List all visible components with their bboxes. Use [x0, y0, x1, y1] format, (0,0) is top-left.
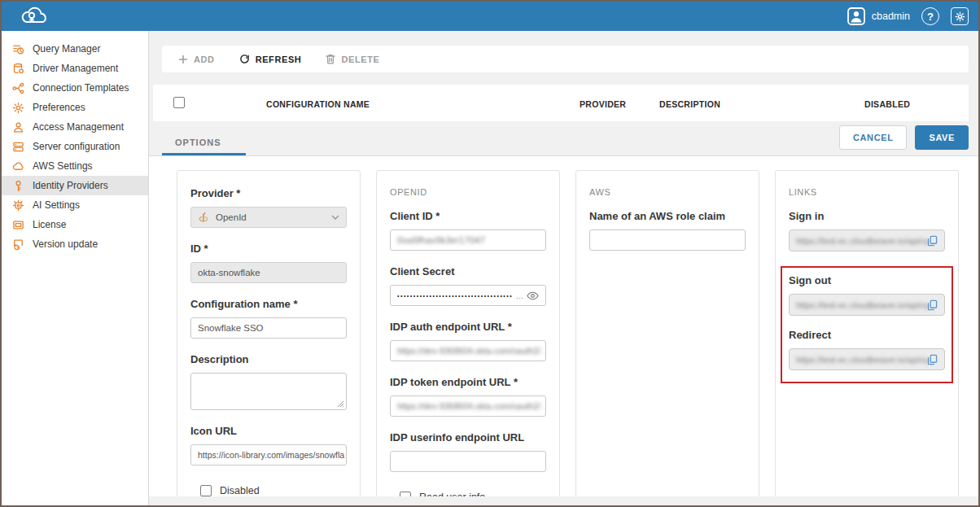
- query-manager-icon: [12, 43, 24, 55]
- provider-value: OpenId: [216, 212, 247, 222]
- sidebar-item-query-manager[interactable]: Query Manager: [2, 39, 148, 59]
- cancel-button[interactable]: CANCEL: [839, 125, 907, 150]
- sidebar-item-version-update[interactable]: Version update: [2, 234, 148, 254]
- id-field[interactable]: okta-snowflake: [190, 262, 347, 283]
- client-id-field[interactable]: 0oa5fhav9k3er17047: [390, 229, 546, 251]
- icon-url-field[interactable]: https://icon-library.com/images/snowfla …: [190, 444, 347, 465]
- copy-sign-in-button[interactable]: [927, 235, 938, 247]
- disabled-checkbox-label: Disabled: [220, 485, 260, 496]
- add-button[interactable]: ADD: [178, 55, 215, 64]
- sidebar-item-label: Identity Providers: [33, 180, 108, 191]
- license-icon: [12, 219, 24, 231]
- idp-token-endpoint-label: IDP token endpoint URL *: [390, 376, 546, 388]
- redirect-field[interactable]: https://test-ec.cloudbeaver.io/api/op ..…: [789, 348, 945, 370]
- openid-card: OPENID Client ID * 0oa5fhav9k3er17047 Cl…: [376, 170, 560, 496]
- provider-label: Provider *: [190, 187, 347, 199]
- highlight-annotation: Sign out https://test-ec.cloudbeaver.io/…: [781, 266, 953, 383]
- select-all-checkbox[interactable]: [173, 97, 185, 108]
- idp-userinfo-endpoint-field[interactable]: [390, 451, 546, 472]
- tab-options[interactable]: OPTIONS: [162, 131, 246, 155]
- aws-section-title: AWS: [589, 187, 746, 197]
- ai-settings-icon: [12, 199, 24, 212]
- sidebar-item-label: Server configuration: [33, 141, 120, 152]
- sidebar-item-license[interactable]: License: [2, 215, 148, 234]
- driver-management-icon: [12, 63, 24, 75]
- redirect-value: https://test-ec.cloudbeaver.io/api/op ..…: [796, 355, 927, 365]
- user-menu[interactable]: cbadmin: [847, 7, 910, 25]
- idp-token-endpoint-field[interactable]: https://dev-9368604.okta.com/oauth2/ ...: [390, 396, 546, 417]
- description-field[interactable]: [190, 373, 347, 410]
- sign-out-field[interactable]: https://test-ec.cloudbeaver.io/api/op ..…: [789, 294, 945, 316]
- sign-out-value: https://test-ec.cloudbeaver.io/api/op ..…: [796, 300, 927, 310]
- delete-button[interactable]: DELETE: [326, 54, 379, 64]
- client-secret-mask: ••••••••••••••••••••••••••••••••••••••••…: [397, 293, 513, 299]
- disabled-checkbox[interactable]: [200, 485, 212, 496]
- sign-in-field[interactable]: https://test-ec.cloudbeaver.io/api/op ..…: [789, 229, 945, 251]
- help-icon[interactable]: ?: [921, 7, 939, 25]
- redirect-label: Redirect: [789, 329, 945, 341]
- refresh-icon: [239, 54, 250, 64]
- copy-sign-out-button[interactable]: [927, 299, 938, 311]
- column-description[interactable]: DESCRIPTION: [659, 99, 720, 109]
- sidebar-item-label: Driver Management: [33, 63, 118, 74]
- idp-auth-endpoint-field[interactable]: https://dev-9368604.okta.com/oauth2/ ...: [390, 340, 546, 361]
- idp-userinfo-endpoint-label: IDP userinfo endpoint URL: [390, 431, 546, 444]
- idp-auth-endpoint-label: IDP auth endpoint URL *: [390, 321, 546, 333]
- sign-out-label: Sign out: [789, 274, 945, 286]
- sidebar-item-identity-providers[interactable]: Identity Providers: [2, 176, 148, 195]
- links-card: LINKS Sign in https://test-ec.cloudbeave…: [775, 170, 959, 496]
- sidebar-item-connection-templates[interactable]: Connection Templates: [2, 78, 148, 98]
- sidebar-item-access-management[interactable]: Access Management: [2, 117, 148, 137]
- idp-token-endpoint-value: https://dev-9368604.okta.com/oauth2/ ...: [397, 401, 546, 411]
- sidebar-item-label: Query Manager: [33, 43, 100, 55]
- toolbar: ADD REFRESH DELETE: [162, 46, 969, 72]
- delete-button-label: DELETE: [341, 55, 379, 64]
- icon-url-label: Icon URL: [190, 425, 347, 437]
- preferences-icon: [12, 102, 24, 114]
- tab-bar: OPTIONS CANCEL SAVE: [149, 121, 978, 156]
- settings-gear-icon[interactable]: [951, 7, 969, 25]
- main-content: ADD REFRESH DELETE CONFIGU: [149, 31, 978, 505]
- client-secret-label: Client Secret: [390, 265, 546, 278]
- column-disabled[interactable]: DISABLED: [864, 99, 910, 109]
- app-header: cbadmin ?: [2, 2, 978, 31]
- copy-icon: [927, 354, 938, 365]
- sidebar-item-ai-settings[interactable]: AI Settings: [2, 195, 148, 215]
- resize-handle[interactable]: [337, 400, 344, 408]
- user-avatar-icon: [847, 7, 865, 25]
- version-update-icon: [12, 238, 24, 251]
- description-label: Description: [190, 353, 347, 365]
- reveal-password-button[interactable]: [527, 291, 539, 300]
- connection-templates-icon: [12, 82, 24, 94]
- cloudbeaver-logo-icon[interactable]: [20, 6, 49, 28]
- chevron-down-icon: [331, 215, 339, 220]
- aws-role-claim-label: Name of an AWS role claim: [589, 210, 746, 222]
- sidebar-item-preferences[interactable]: Preferences: [2, 98, 148, 117]
- server-configuration-icon: [12, 141, 24, 153]
- copy-redirect-button[interactable]: [927, 354, 938, 365]
- access-management-icon: [12, 121, 24, 133]
- copy-icon: [927, 299, 938, 311]
- configuration-name-field[interactable]: Snowflake SSO: [190, 317, 347, 339]
- column-provider[interactable]: PROVIDER: [580, 99, 626, 109]
- read-user-info-checkbox[interactable]: [400, 492, 411, 496]
- idp-auth-endpoint-value: https://dev-9368604.okta.com/oauth2/ ...: [397, 346, 546, 356]
- id-label: ID *: [190, 243, 347, 255]
- provider-select[interactable]: OpenId: [190, 207, 347, 228]
- save-button[interactable]: SAVE: [915, 125, 969, 150]
- refresh-button-label: REFRESH: [256, 55, 302, 64]
- sidebar-item-driver-management[interactable]: Driver Management: [2, 59, 148, 78]
- column-configuration-name[interactable]: CONFIGURATION NAME: [266, 99, 370, 109]
- copy-icon: [927, 235, 938, 247]
- aws-role-claim-field[interactable]: [589, 229, 746, 251]
- client-id-value: 0oa5fhav9k3er17047: [397, 235, 485, 245]
- openid-icon: [198, 212, 209, 223]
- sidebar-item-label: Version update: [33, 238, 98, 250]
- identity-providers-icon: [12, 180, 24, 192]
- add-button-label: ADD: [194, 55, 215, 64]
- refresh-button[interactable]: REFRESH: [239, 54, 302, 64]
- sidebar-item-server-configuration[interactable]: Server configuration: [2, 137, 148, 156]
- client-secret-field[interactable]: ••••••••••••••••••••••••••••••••••••••••…: [390, 285, 546, 306]
- sidebar-item-aws-settings[interactable]: AWS Settings: [2, 156, 148, 176]
- app-window: cbadmin ? Query Manager: [0, 0, 980, 507]
